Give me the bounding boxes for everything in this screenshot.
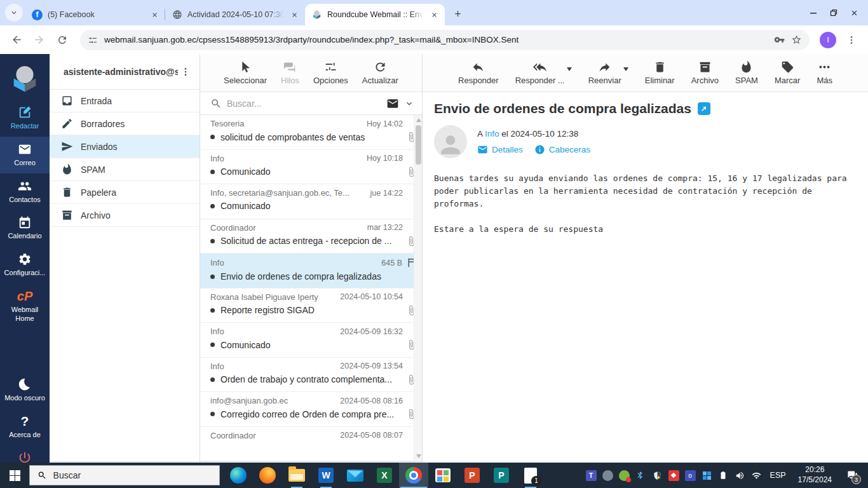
battery-tray-icon[interactable] xyxy=(718,470,729,481)
nav-webmail-home[interactable]: cPWebmail Home xyxy=(0,283,50,329)
firefox-icon[interactable] xyxy=(253,463,282,488)
folder-spam[interactable]: SPAM xyxy=(50,158,200,181)
forward-button[interactable] xyxy=(29,30,50,50)
start-button[interactable] xyxy=(0,463,29,488)
taskbar-search-input[interactable] xyxy=(53,470,212,480)
folder-inbox[interactable]: Entrada xyxy=(50,90,200,112)
folder-sent[interactable]: Enviados xyxy=(50,135,200,158)
document-icon[interactable]: 1 xyxy=(516,463,545,488)
more-button[interactable]: Más xyxy=(817,60,832,85)
back-button[interactable] xyxy=(6,30,27,50)
nav-mail[interactable]: Correo xyxy=(0,137,50,173)
message-list-row[interactable]: info@sanjuan.gob.ec 2024-05-08 08:16 Cor… xyxy=(200,392,422,427)
reply-all-button[interactable]: Responder ... xyxy=(515,60,565,85)
network-sync-tray-icon[interactable] xyxy=(602,470,613,481)
recipient-link[interactable]: Info xyxy=(485,129,499,139)
account-menu-icon[interactable] xyxy=(178,64,193,79)
threads-button[interactable]: Hilos xyxy=(281,60,299,85)
message-list-row[interactable]: Coordinador 2024-05-08 08:07 xyxy=(200,427,422,462)
select-button[interactable]: Seleccionar xyxy=(224,60,267,85)
teams-tray-icon[interactable]: T xyxy=(586,470,597,481)
volume-tray-icon[interactable] xyxy=(735,470,745,481)
headers-toggle[interactable]: Cabeceras xyxy=(534,144,590,155)
windows-update-tray-icon[interactable] xyxy=(702,470,712,481)
scroll-down-icon[interactable] xyxy=(416,454,421,458)
tab-roundcube[interactable]: Roundcube Webmail :: Enviados xyxy=(305,4,445,25)
window-restore-button[interactable] xyxy=(824,3,844,23)
red-app-tray-icon[interactable] xyxy=(668,470,679,481)
forward-caret-icon[interactable] xyxy=(623,67,628,71)
site-settings-icon[interactable] xyxy=(88,35,98,45)
folder-drafts[interactable]: Borradores xyxy=(50,112,200,135)
taskbar-clock[interactable]: 20:26 17/5/2024 xyxy=(794,465,836,485)
wifi-tray-icon[interactable] xyxy=(751,470,762,481)
tab-facebook[interactable]: f (5) Facebook xyxy=(25,4,165,25)
bookmark-star-icon[interactable] xyxy=(791,34,802,45)
window-minimize-button[interactable] xyxy=(803,3,824,23)
mark-button[interactable]: Marcar xyxy=(775,60,800,85)
message-list-row[interactable]: Info 645 B Envio de ordenes de compra le… xyxy=(200,254,422,288)
language-indicator[interactable]: ESP xyxy=(768,471,789,480)
security-warning-tray-icon[interactable] xyxy=(652,470,663,481)
tab-search-button[interactable] xyxy=(5,4,23,22)
message-list-row[interactable]: Info 2024-05-09 16:32 Comunicado xyxy=(200,323,422,358)
excel-icon[interactable]: X xyxy=(370,463,399,488)
antivirus-tray-icon[interactable] xyxy=(619,470,630,481)
nav-compose[interactable]: Redactar xyxy=(0,100,50,137)
recipient-line: A Info el 2024-05-10 12:38 xyxy=(477,129,590,139)
search-scope-mail-icon[interactable] xyxy=(386,97,399,110)
open-in-new-window-icon[interactable] xyxy=(698,102,710,115)
list-scrollbar[interactable] xyxy=(414,115,422,461)
tab-close-icon[interactable] xyxy=(289,10,300,20)
message-list-row[interactable]: Coordinador mar 13:22 Solicitud de actas… xyxy=(200,219,422,254)
archive-button[interactable]: Archivo xyxy=(691,60,719,85)
message-list-row[interactable]: Tesoreria Hoy 14:02 solicitud de comprob… xyxy=(200,115,422,150)
notification-center-icon[interactable]: 3 xyxy=(841,463,863,488)
edge-icon[interactable] xyxy=(224,463,253,488)
scroll-up-icon[interactable] xyxy=(416,118,421,122)
options-button[interactable]: Opciones xyxy=(313,60,348,85)
search-options-chevron-icon[interactable] xyxy=(404,98,414,109)
chrome-icon[interactable] xyxy=(399,463,428,488)
file-explorer-icon[interactable] xyxy=(282,463,311,488)
message-list-row[interactable]: Info, secretaria@sanjuan.gob.ec, Te... j… xyxy=(200,184,422,219)
taskbar-search[interactable] xyxy=(29,465,220,485)
nav-dark-mode[interactable]: Modo oscuro xyxy=(0,372,50,409)
nav-settings[interactable]: Configuraci... xyxy=(0,247,50,283)
reply-all-caret-icon[interactable] xyxy=(567,67,572,71)
reply-button[interactable]: Responder xyxy=(458,60,499,85)
window-close-button[interactable] xyxy=(844,3,864,23)
message-list-row[interactable]: Info Hoy 10:18 Comunicado xyxy=(200,150,422,185)
nav-contacts[interactable]: Contactos xyxy=(0,173,50,210)
search-input[interactable] xyxy=(227,98,381,109)
powerpoint-icon[interactable]: P xyxy=(458,463,487,488)
details-toggle[interactable]: Detalles xyxy=(477,144,523,155)
bluetooth-tray-icon[interactable] xyxy=(635,470,646,481)
forward-button[interactable]: Reenviar xyxy=(588,60,621,85)
tab-actividad[interactable]: Actividad 2024-05-10 07:30:00 xyxy=(165,4,305,25)
nav-about[interactable]: ?Acerca de xyxy=(0,409,50,445)
camera-app-tray-icon[interactable]: o xyxy=(685,470,696,481)
word-icon[interactable]: W xyxy=(311,463,341,488)
password-key-icon[interactable] xyxy=(774,34,785,45)
nav-calendar[interactable]: Calendario xyxy=(0,210,50,247)
url-text[interactable]: webmail.sanjuan.gob.ec/cpsess1548895913/… xyxy=(104,35,768,44)
message-list-row[interactable]: Info 2024-05-09 13:54 Orden de trabajo y… xyxy=(200,358,422,393)
folder-trash[interactable]: Papelera xyxy=(50,181,200,204)
tab-close-icon[interactable] xyxy=(429,10,440,20)
refresh-button[interactable]: Actualizar xyxy=(362,60,398,85)
mail-icon[interactable] xyxy=(341,463,370,488)
browser-menu-icon[interactable] xyxy=(841,30,862,50)
tab-close-icon[interactable] xyxy=(149,10,160,20)
microsoft-store-icon[interactable] xyxy=(428,463,458,488)
message-list-row[interactable]: Roxana Isabel Piguave Iperty 2024-05-10 … xyxy=(200,288,422,323)
address-bar[interactable]: webmail.sanjuan.gob.ec/cpsess1548895913/… xyxy=(80,30,810,50)
folder-archive[interactable]: Archivo xyxy=(50,204,200,227)
new-tab-button[interactable] xyxy=(449,4,466,22)
delete-button[interactable]: Eliminar xyxy=(645,60,675,85)
profile-avatar[interactable]: I xyxy=(820,32,836,48)
scrollbar-thumb[interactable] xyxy=(416,125,421,165)
publisher-icon[interactable]: P xyxy=(487,463,516,488)
reload-button[interactable] xyxy=(52,30,72,50)
spam-button[interactable]: SPAM xyxy=(735,60,758,85)
